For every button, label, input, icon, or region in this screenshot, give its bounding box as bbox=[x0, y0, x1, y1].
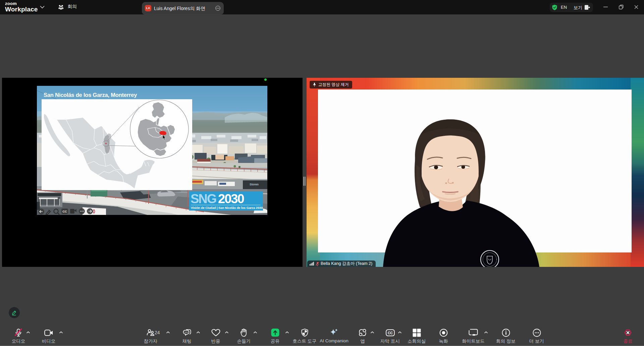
svg-text:Visión de Ciudad | San Nicolás: Visión de Ciudad | San Nicolás de los Ga… bbox=[191, 206, 263, 210]
svg-text:San Nicolás de los Garza, Mont: San Nicolás de los Garza, Monterrey bbox=[44, 92, 137, 98]
svg-text:Storen: Storen bbox=[250, 183, 259, 186]
svg-text:CC: CC bbox=[387, 331, 393, 335]
svg-text:CC: CC bbox=[62, 210, 67, 213]
svg-text:2030: 2030 bbox=[218, 192, 244, 206]
svg-text:SNG: SNG bbox=[191, 192, 216, 206]
